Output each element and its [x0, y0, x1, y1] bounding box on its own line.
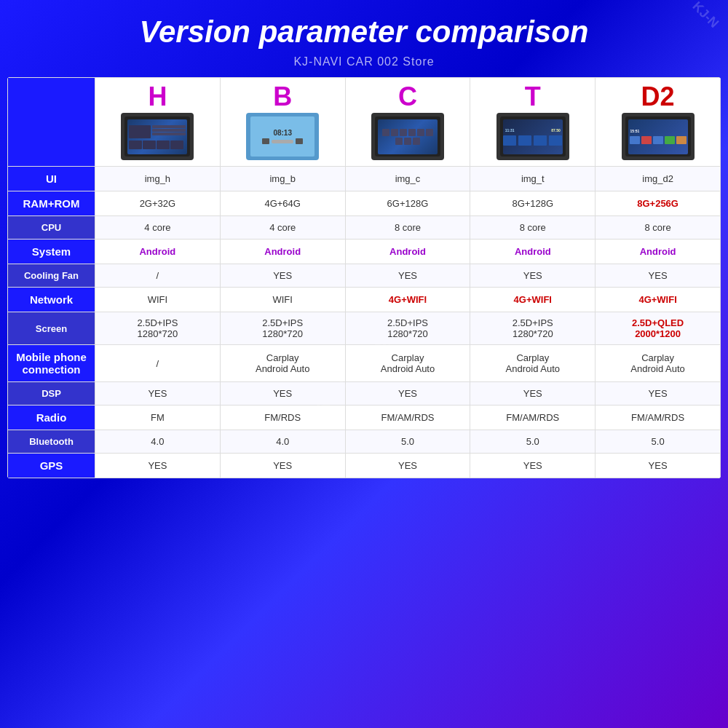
cell-2-0: 4 core [95, 216, 221, 240]
cell-9-3: FM/AM/RDS [470, 405, 596, 430]
screen-inner-t: 11:31 87.50 [503, 119, 563, 154]
version-h-letter: H [98, 84, 217, 110]
cell-11-4: YES [596, 454, 721, 478]
header-b: B 08:13 [220, 78, 345, 167]
table-row: SystemAndroidAndroidAndroidAndroidAndroi… [8, 240, 721, 264]
screen-t: 11:31 87.50 [500, 116, 566, 157]
cell-10-3: 5.0 [470, 430, 596, 454]
cell-1-0: 2G+32G [95, 191, 221, 216]
cell-3-4: Android [596, 240, 721, 264]
screen-inner-d2: 15:51 [628, 119, 688, 154]
cell-9-1: FM/RDS [220, 405, 345, 430]
cell-4-2: YES [345, 264, 470, 288]
cell-5-2: 4G+WIFI [345, 288, 470, 312]
screen-h [124, 116, 190, 157]
cell-2-1: 4 core [220, 216, 345, 240]
cell-5-1: WIFI [220, 288, 345, 312]
cell-7-0: / [95, 345, 221, 382]
header-label-cell [8, 78, 95, 167]
table-container: H [7, 77, 721, 478]
cell-7-1: Carplay Android Auto [220, 345, 345, 382]
cell-6-4: 2.5D+QLED 2000*1200 [596, 312, 721, 345]
row-label-1: RAM+ROM [8, 191, 95, 216]
version-b-letter: B [223, 84, 342, 110]
cell-0-3: img_t [470, 167, 596, 191]
cell-9-4: FM/AM/RDS [596, 405, 721, 430]
page-title: Version parameter comparison [0, 0, 728, 55]
header-row: H [8, 78, 721, 167]
table-row: RadioFMFM/RDSFM/AM/RDSFM/AM/RDSFM/AM/RDS [8, 405, 721, 430]
table-row: UIimg_himg_bimg_cimg_timg_d2 [8, 167, 721, 191]
header-d2: D2 15:51 [596, 78, 721, 167]
table-row: Cooling Fan/YESYESYESYES [8, 264, 721, 288]
cell-6-1: 2.5D+IPS 1280*720 [220, 312, 345, 345]
table-row: CPU4 core4 core8 core8 core8 core [8, 216, 721, 240]
cell-1-4: 8G+256G [596, 191, 721, 216]
device-img-t: 11:31 87.50 [496, 113, 569, 160]
version-c-letter: C [349, 84, 467, 110]
cell-6-3: 2.5D+IPS 1280*720 [470, 312, 596, 345]
table-row: GPSYESYESYESYESYES [8, 454, 721, 478]
cell-10-1: 4.0 [220, 430, 345, 454]
row-label-10: Bluetooth [8, 430, 95, 454]
cell-11-1: YES [220, 454, 345, 478]
cell-1-2: 6G+128G [345, 191, 470, 216]
row-label-7: Mobile phone connection [8, 345, 95, 382]
cell-0-1: img_b [220, 167, 345, 191]
cell-8-2: YES [345, 382, 470, 405]
cell-3-2: Android [345, 240, 470, 264]
cell-9-0: FM [95, 405, 221, 430]
device-img-c [371, 113, 444, 160]
cell-4-1: YES [220, 264, 345, 288]
cell-11-2: YES [345, 454, 470, 478]
cell-7-2: Carplay Android Auto [345, 345, 470, 382]
cell-0-4: img_d2 [596, 167, 721, 191]
screen-inner-h [127, 119, 187, 154]
cell-0-2: img_c [345, 167, 470, 191]
screen-c [375, 116, 440, 157]
cell-7-4: Carplay Android Auto [596, 345, 721, 382]
row-label-2: CPU [8, 216, 95, 240]
cell-2-2: 8 core [345, 216, 470, 240]
cell-2-3: 8 core [470, 216, 596, 240]
cell-7-3: Carplay Android Auto [470, 345, 596, 382]
cell-3-1: Android [220, 240, 345, 264]
screen-b: 08:13 [248, 114, 317, 159]
cell-4-0: / [95, 264, 221, 288]
cell-9-2: FM/AM/RDS [345, 405, 470, 430]
table-row: Bluetooth4.04.05.05.05.0 [8, 430, 721, 454]
cell-2-4: 8 core [596, 216, 721, 240]
row-label-0: UI [8, 167, 95, 191]
cell-5-4: 4G+WIFI [596, 288, 721, 312]
row-label-8: DSP [8, 382, 95, 405]
table-row: RAM+ROM2G+32G4G+64G6G+128G8G+128G8G+256G [8, 191, 721, 216]
version-t-letter: T [473, 84, 592, 110]
row-label-11: GPS [8, 454, 95, 478]
cell-5-3: 4G+WIFI [470, 288, 596, 312]
cell-8-4: YES [596, 382, 721, 405]
screen-inner-c [378, 119, 438, 154]
table-row: Screen2.5D+IPS 1280*7202.5D+IPS 1280*720… [8, 312, 721, 345]
header-h: H [95, 78, 221, 167]
cell-6-2: 2.5D+IPS 1280*720 [345, 312, 470, 345]
cell-8-1: YES [220, 382, 345, 405]
cell-6-0: 2.5D+IPS 1280*720 [95, 312, 221, 345]
table-row: DSPYESYESYESYESYES [8, 382, 721, 405]
cell-8-0: YES [95, 382, 221, 405]
cell-3-0: Android [95, 240, 221, 264]
cell-10-0: 4.0 [95, 430, 221, 454]
cell-11-0: YES [95, 454, 221, 478]
header-t: T 11:31 87.50 [470, 78, 596, 167]
row-label-6: Screen [8, 312, 95, 345]
version-d2-letter: D2 [598, 84, 717, 110]
device-img-b: 08:13 [246, 113, 319, 160]
comparison-table: H [7, 77, 721, 478]
screen-d2: 15:51 [625, 116, 691, 157]
row-label-3: System [8, 240, 95, 264]
device-img-d2: 15:51 [622, 113, 695, 160]
cell-11-3: YES [470, 454, 596, 478]
cell-10-4: 5.0 [596, 430, 721, 454]
table-row: NetworkWIFIWIFI4G+WIFI4G+WIFI4G+WIFI [8, 288, 721, 312]
device-img-h [121, 113, 194, 160]
row-label-4: Cooling Fan [8, 264, 95, 288]
